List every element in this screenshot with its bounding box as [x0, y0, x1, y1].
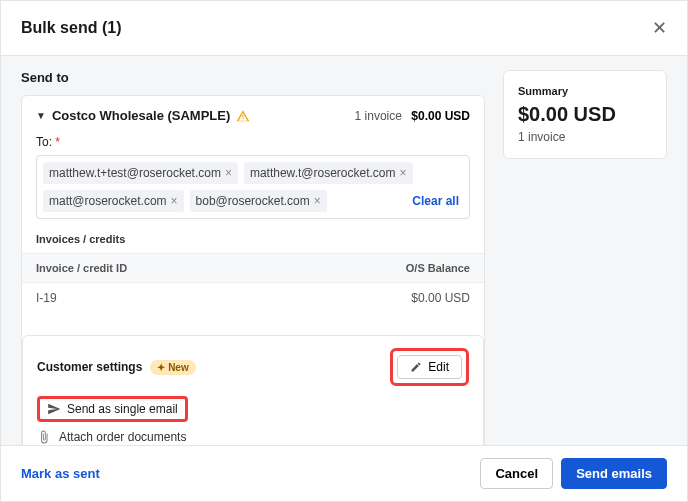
invoice-row: I-19 $0.00 USD	[22, 283, 484, 319]
edit-highlight: Edit	[390, 348, 469, 386]
remove-chip-icon[interactable]: ×	[225, 166, 232, 180]
warning-icon	[236, 109, 250, 123]
group-header[interactable]: ▼ Costco Wholesale (SAMPLE) 1 invoice $0…	[22, 96, 484, 135]
close-button[interactable]: ✕	[652, 17, 667, 39]
send-icon	[47, 402, 61, 416]
summary-amount: $0.00 USD	[518, 103, 652, 126]
group-amount: $0.00 USD	[411, 109, 470, 123]
customer-settings-title: Customer settings	[37, 360, 142, 374]
clear-all-button[interactable]: Clear all	[408, 190, 463, 212]
email-input[interactable]: matthew.t+test@roserocket.com× matthew.t…	[36, 155, 470, 219]
invoice-id: I-19	[36, 291, 57, 305]
col-invoice-id: Invoice / credit ID	[36, 262, 127, 274]
remove-chip-icon[interactable]: ×	[400, 166, 407, 180]
remove-chip-icon[interactable]: ×	[314, 194, 321, 208]
email-chip[interactable]: matthew.t@roserocket.com×	[244, 162, 413, 184]
invoices-title: Invoices / credits	[22, 233, 484, 253]
group-invoice-count: 1 invoice	[355, 109, 402, 123]
modal-title: Bulk send (1)	[21, 19, 121, 37]
pencil-icon	[410, 361, 422, 373]
caret-down-icon: ▼	[36, 110, 46, 121]
attachment-icon	[37, 430, 51, 444]
send-emails-button[interactable]: Send emails	[561, 458, 667, 489]
remove-chip-icon[interactable]: ×	[171, 194, 178, 208]
col-balance: O/S Balance	[406, 262, 470, 274]
to-label: To:	[36, 135, 52, 149]
email-chip[interactable]: matt@roserocket.com×	[43, 190, 184, 212]
svg-point-0	[243, 117, 245, 119]
email-chip[interactable]: matthew.t+test@roserocket.com×	[43, 162, 238, 184]
attach-label: Attach order documents	[59, 430, 218, 444]
summary-invoices: 1 invoice	[518, 130, 652, 144]
mark-as-sent-link[interactable]: Mark as sent	[21, 466, 100, 481]
invoice-balance: $0.00 USD	[411, 291, 470, 305]
email-chip[interactable]: bob@roserocket.com×	[190, 190, 327, 212]
single-email-highlight: Send as single email	[37, 396, 188, 422]
required-indicator: *	[55, 135, 60, 149]
summary-title: Summary	[518, 85, 652, 97]
new-badge: ✦ New	[150, 360, 195, 375]
group-name: Costco Wholesale (SAMPLE)	[52, 108, 230, 123]
edit-button[interactable]: Edit	[397, 355, 462, 379]
cancel-button[interactable]: Cancel	[480, 458, 553, 489]
svg-rect-1	[243, 114, 244, 116]
send-to-label: Send to	[21, 70, 485, 85]
